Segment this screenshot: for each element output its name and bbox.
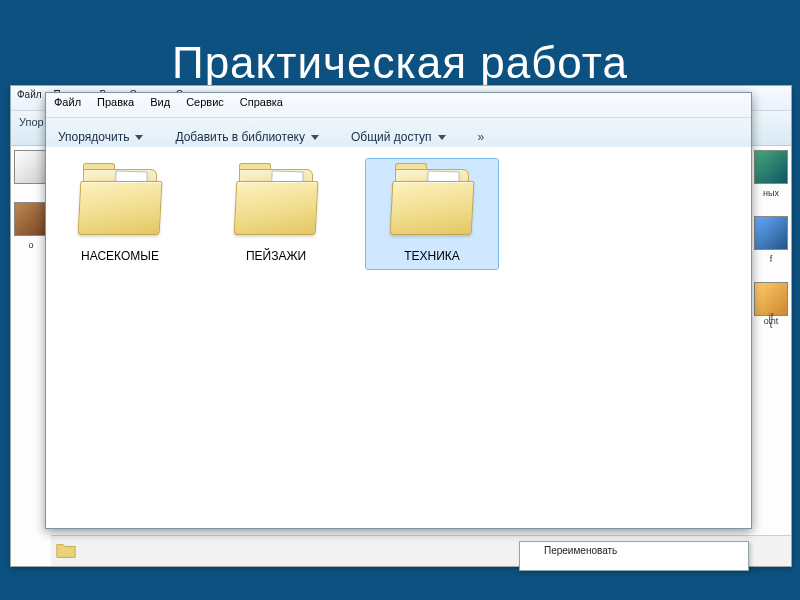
bg-label: f xyxy=(751,254,791,264)
bg-label: ных xyxy=(751,188,791,198)
menu-file[interactable]: Файл xyxy=(54,96,81,114)
more-button[interactable]: » xyxy=(478,130,485,144)
menubar: Файл Правка Вид Сервис Справка xyxy=(46,93,751,118)
bg-menu-file: Файл xyxy=(17,89,42,107)
menu-help[interactable]: Справка xyxy=(240,96,283,114)
bg-label: if xyxy=(751,312,791,322)
slide-title: Практическая работа xyxy=(0,38,800,88)
bg-thumb xyxy=(14,150,48,184)
menu-edit[interactable]: Правка xyxy=(97,96,134,114)
folder-icon xyxy=(387,163,477,243)
folder-item[interactable]: ПЕЙЗАЖИ xyxy=(210,159,342,269)
chevron-down-icon xyxy=(438,135,446,140)
share-button[interactable]: Общий доступ xyxy=(351,130,446,144)
folder-pane[interactable]: НАСЕКОМЫЕ ПЕЙЗАЖИ ТЕХНИКА xyxy=(46,147,751,528)
menu-tools[interactable]: Сервис xyxy=(186,96,224,114)
folder-label: НАСЕКОМЫЕ xyxy=(56,249,184,263)
bg-thumb xyxy=(754,216,788,250)
menu-view[interactable]: Вид xyxy=(150,96,170,114)
folder-label: ПЕЙЗАЖИ xyxy=(212,249,340,263)
bg-folder-icon xyxy=(55,540,77,562)
folder-icon xyxy=(231,163,321,243)
add-to-library-button[interactable]: Добавить в библиотеку xyxy=(175,130,319,144)
bg-thumb xyxy=(754,150,788,184)
share-label: Общий доступ xyxy=(351,130,432,144)
add-library-label: Добавить в библиотеку xyxy=(175,130,305,144)
bg-right-strip: ных f t oint if xyxy=(751,132,791,566)
folder-label: ТЕХНИКА xyxy=(368,249,496,263)
bg-thumb xyxy=(14,202,48,236)
folder-item[interactable]: НАСЕКОМЫЕ xyxy=(54,159,186,269)
bg-thumb xyxy=(754,282,788,316)
context-menu-item-rename[interactable]: Переименовать xyxy=(519,541,749,571)
organize-button[interactable]: Упорядочить xyxy=(58,130,143,144)
chevron-down-icon xyxy=(311,135,319,140)
explorer-window: Файл Правка Вид Сервис Справка Упорядочи… xyxy=(45,92,752,529)
organize-label: Упорядочить xyxy=(58,130,129,144)
chevron-down-icon xyxy=(135,135,143,140)
folder-icon xyxy=(75,163,165,243)
folder-item-selected[interactable]: ТЕХНИКА xyxy=(366,159,498,269)
